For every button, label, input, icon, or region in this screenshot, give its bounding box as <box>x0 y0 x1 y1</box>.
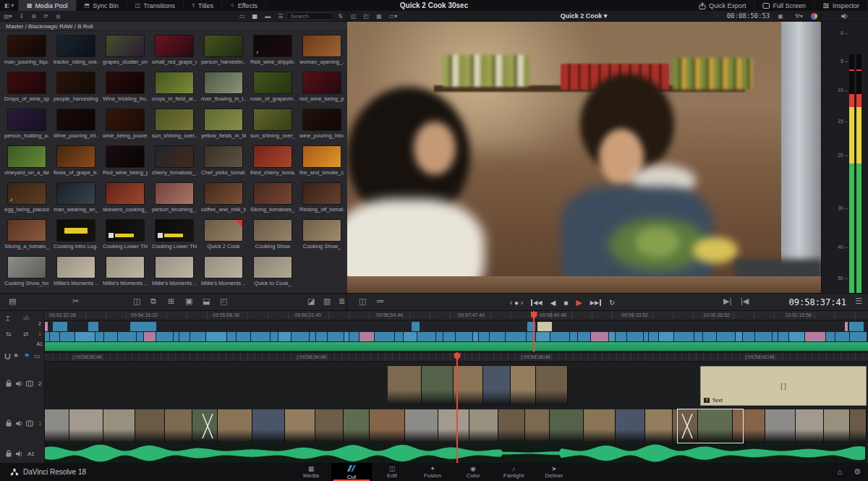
overview-clip[interactable] <box>755 332 772 341</box>
overview-clip[interactable] <box>773 332 778 341</box>
media-clip[interactable]: fire_and_smoke_c... <box>299 145 344 176</box>
media-clip[interactable]: cherry_tomatoes_... <box>152 145 197 176</box>
snapping-magnet-icon[interactable] <box>4 353 12 360</box>
overview-clip[interactable] <box>479 332 489 341</box>
edit-tools-icon[interactable]: ▤ <box>9 297 16 306</box>
media-clip[interactable]: Wine_pouring_int... <box>54 108 98 139</box>
transition-marker-icon[interactable] <box>202 409 213 443</box>
media-clip[interactable]: man_wearing_an_... <box>54 182 98 213</box>
boring-detector-icon[interactable]: ▥ <box>323 297 331 306</box>
match-frame-icon[interactable]: ◫ <box>359 297 366 306</box>
go-to-start-icon[interactable]: ◀◀ <box>531 299 542 306</box>
overview-clip[interactable] <box>88 322 98 331</box>
filmstrip-view-icon[interactable]: ▭ <box>239 11 245 22</box>
overview-clip[interactable] <box>190 332 205 341</box>
prev-edit-icon[interactable]: |◀ <box>741 297 749 306</box>
overview-clip[interactable] <box>179 332 190 341</box>
media-clip[interactable]: tractor_riding_ove... <box>54 35 98 65</box>
overview-clip[interactable] <box>95 332 103 341</box>
overview-clip[interactable] <box>789 332 804 341</box>
viewer-image[interactable] <box>347 22 821 293</box>
media-clip[interactable]: man_pouring_liqu... <box>4 35 49 65</box>
media-clip[interactable]: Wine_trickling_fro... <box>103 72 148 102</box>
overview-clip[interactable] <box>417 332 435 341</box>
ripple-left-icon[interactable]: ⇆ <box>6 331 12 338</box>
overview-clip[interactable] <box>473 332 478 341</box>
menu-effects[interactable]: ✧Effects <box>222 0 266 11</box>
overview-clip[interactable] <box>845 322 848 331</box>
media-clip[interactable]: Cooking Show <box>250 219 295 250</box>
transition-marker-icon[interactable] <box>681 409 693 443</box>
overview-clip[interactable] <box>359 332 374 341</box>
breadcrumb[interactable]: Master / Blackmagic RAW / B Roll <box>0 22 347 31</box>
media-clip[interactable]: skewers_cooking_... <box>103 182 148 213</box>
color-wheel-icon[interactable] <box>811 13 817 20</box>
overview-clip[interactable] <box>60 332 75 341</box>
overview-clip[interactable] <box>591 332 608 341</box>
split-clip-icon[interactable]: ✂ <box>72 297 79 306</box>
media-clip[interactable]: Rinsing_off_tomat... <box>299 182 344 213</box>
media-clip[interactable]: Millie's Moments ... <box>54 256 98 286</box>
lock-icon[interactable] <box>5 450 12 457</box>
audio-track-header[interactable]: A1 <box>0 450 45 457</box>
overview-clip[interactable] <box>537 322 552 331</box>
media-clip[interactable]: woman_opening_... <box>299 35 344 65</box>
step-back-icon[interactable]: ◀ <box>550 299 556 307</box>
mute-icon[interactable] <box>16 420 22 427</box>
overview-clip[interactable] <box>578 332 590 341</box>
overview-clip[interactable] <box>278 332 291 341</box>
loop-icon[interactable]: ↻ <box>609 299 615 307</box>
overview-clip[interactable] <box>644 332 648 341</box>
camera-reframe-icon[interactable]: ▣ <box>778 11 783 22</box>
overview-clip[interactable] <box>130 322 156 331</box>
trim-tool-icon[interactable]: ‹/› <box>23 315 30 322</box>
media-clip[interactable]: Millie's Moments ... <box>152 256 197 286</box>
media-clip[interactable]: vineyard_on_a_far... <box>4 145 49 176</box>
flag-icon[interactable]: ⚑ <box>24 352 30 359</box>
overview-clip[interactable] <box>506 332 526 341</box>
media-clip[interactable]: Quick to Cook_ <box>250 256 295 286</box>
timeline-overview[interactable] <box>45 320 868 352</box>
overview-clip[interactable] <box>144 332 156 341</box>
menu-transitions[interactable]: ◫Transitions <box>127 0 184 11</box>
media-clip[interactable]: Chef_picks_tomat... <box>201 145 246 176</box>
overview-clip[interactable] <box>743 332 754 341</box>
overview-clip[interactable] <box>805 332 825 341</box>
overview-clip[interactable] <box>659 332 673 341</box>
overview-clip[interactable] <box>627 332 643 341</box>
lock-icon[interactable] <box>5 380 12 387</box>
video2-clip[interactable] <box>388 366 568 406</box>
overview-clip[interactable] <box>536 332 550 341</box>
full-screen-button[interactable]: Full Screen <box>754 0 814 11</box>
ripple-overwrite-icon[interactable]: ⊞ <box>168 297 174 306</box>
overview-clip[interactable] <box>609 332 615 341</box>
overview-clip[interactable] <box>395 332 403 341</box>
overview-clip[interactable] <box>826 332 835 341</box>
overview-clip[interactable] <box>45 322 48 331</box>
track2-header[interactable]: 2 <box>0 380 45 387</box>
close-up-icon[interactable]: ▣ <box>185 297 192 306</box>
overview-clip[interactable] <box>616 332 626 341</box>
overview-clip[interactable] <box>349 332 359 341</box>
thumbnail-view-icon[interactable]: ▦ <box>252 11 258 22</box>
tools-dropdown-icon[interactable]: ⚒▾ <box>795 11 803 22</box>
sort-icon[interactable]: ⇅ <box>338 11 343 22</box>
overview-clip[interactable] <box>137 332 143 341</box>
media-clip[interactable]: Cooking Show_ <box>299 219 344 250</box>
overview-clip[interactable] <box>45 332 49 341</box>
media-clip[interactable]: sun_shining_over_... <box>250 108 295 139</box>
audio-waveform[interactable] <box>45 443 867 463</box>
timeline-ruler-overview[interactable]: 09:53:22:2809:54:15:3209:55:08:3609:56:0… <box>45 311 868 320</box>
speaker-icon[interactable] <box>841 13 848 20</box>
media-clip[interactable]: small_red_grape_c... <box>152 35 197 65</box>
overview-clip[interactable] <box>271 332 278 341</box>
new-bin-icon[interactable]: ⊞ <box>31 11 36 22</box>
page-tab-edit[interactable]: ◫Edit <box>372 463 412 481</box>
page-tab-fusion[interactable]: ✦Fusion <box>412 463 453 481</box>
overview-clip[interactable] <box>344 332 349 341</box>
media-clip[interactable]: grapes_cluster_on... <box>103 35 148 65</box>
media-clip[interactable]: Slicing_a_tomato_... <box>4 219 49 250</box>
media-clip[interactable]: Cooking Show_tvc <box>4 256 49 286</box>
media-clip[interactable]: flows_of_grape_tr... <box>54 145 98 176</box>
media-clip[interactable]: wine_pouring_into... <box>299 108 344 139</box>
